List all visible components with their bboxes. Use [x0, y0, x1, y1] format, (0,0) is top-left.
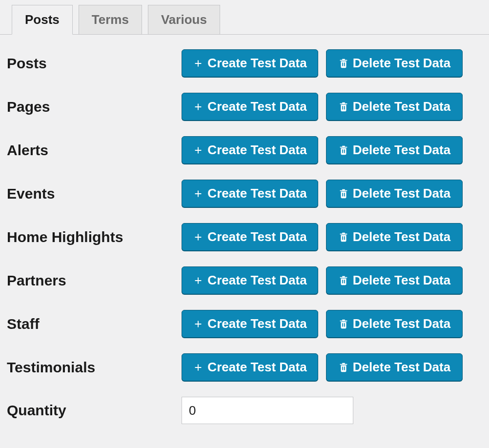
delete-button-staff[interactable]: Delete Test Data	[326, 310, 463, 338]
row-label-events: Events	[7, 185, 182, 202]
trash-icon	[338, 102, 349, 112]
row-actions: Create Test Data Delete Test Data	[182, 223, 463, 251]
trash-icon	[338, 232, 349, 243]
row-label-testimonials: Testimonials	[7, 359, 182, 376]
row-actions: Create Test Data Delete Test Data	[182, 180, 463, 207]
row-label-posts: Posts	[7, 55, 182, 72]
trash-icon	[338, 362, 349, 373]
tab-terms[interactable]: Terms	[79, 5, 142, 34]
plus-icon	[193, 102, 204, 112]
row-events: Events Create Test Data Delete Test Data	[7, 180, 482, 207]
row-testimonials: Testimonials Create Test Data Delete Tes…	[7, 353, 482, 381]
create-button-partners[interactable]: Create Test Data	[182, 266, 318, 294]
delete-button-label: Delete Test Data	[353, 316, 450, 331]
create-button-testimonials[interactable]: Create Test Data	[182, 353, 318, 381]
trash-icon	[338, 319, 349, 329]
delete-button-label: Delete Test Data	[353, 229, 450, 244]
plus-icon	[193, 319, 204, 329]
plus-icon	[193, 145, 204, 156]
row-label-home-highlights: Home Highlights	[7, 229, 182, 245]
delete-button-testimonials[interactable]: Delete Test Data	[326, 353, 463, 381]
delete-button-label: Delete Test Data	[353, 273, 450, 288]
row-alerts: Alerts Create Test Data Delete Test Data	[7, 136, 482, 164]
create-button-label: Create Test Data	[207, 273, 306, 288]
create-button-label: Create Test Data	[207, 99, 306, 114]
plus-icon	[193, 58, 204, 69]
row-actions: Create Test Data Delete Test Data	[182, 93, 463, 121]
create-button-label: Create Test Data	[207, 56, 306, 71]
row-label-pages: Pages	[7, 99, 182, 115]
create-button-posts[interactable]: Create Test Data	[182, 49, 318, 77]
delete-button-label: Delete Test Data	[353, 56, 450, 71]
delete-button-pages[interactable]: Delete Test Data	[326, 93, 463, 121]
trash-icon	[338, 188, 349, 199]
tab-various[interactable]: Various	[148, 5, 220, 34]
create-button-alerts[interactable]: Create Test Data	[182, 136, 318, 164]
create-button-label: Create Test Data	[207, 229, 306, 244]
delete-button-partners[interactable]: Delete Test Data	[326, 266, 463, 294]
plus-icon	[193, 275, 204, 286]
row-label-alerts: Alerts	[7, 142, 182, 159]
plus-icon	[193, 232, 204, 243]
delete-button-label: Delete Test Data	[353, 360, 450, 375]
plus-icon	[193, 188, 204, 199]
plus-icon	[193, 362, 204, 373]
delete-button-label: Delete Test Data	[353, 143, 450, 158]
create-button-label: Create Test Data	[207, 143, 306, 158]
create-button-label: Create Test Data	[207, 360, 306, 375]
row-actions: Create Test Data Delete Test Data	[182, 353, 463, 381]
quantity-label: Quantity	[7, 402, 182, 419]
quantity-input[interactable]	[182, 397, 353, 424]
row-actions: Create Test Data Delete Test Data	[182, 136, 463, 164]
row-partners: Partners Create Test Data Delete Test Da…	[7, 266, 482, 294]
content-panel: Posts Create Test Data Delete Test Data …	[0, 35, 489, 448]
trash-icon	[338, 275, 349, 286]
create-button-staff[interactable]: Create Test Data	[182, 310, 318, 338]
row-label-staff: Staff	[7, 316, 182, 332]
create-button-label: Create Test Data	[207, 316, 306, 331]
row-label-partners: Partners	[7, 272, 182, 289]
trash-icon	[338, 145, 349, 156]
row-posts: Posts Create Test Data Delete Test Data	[7, 49, 482, 77]
tabs-container: Posts Terms Various	[0, 0, 489, 35]
row-actions: Create Test Data Delete Test Data	[182, 266, 463, 294]
delete-button-events[interactable]: Delete Test Data	[326, 180, 463, 207]
row-staff: Staff Create Test Data Delete Test Data	[7, 310, 482, 338]
tab-posts[interactable]: Posts	[12, 5, 73, 35]
row-actions: Create Test Data Delete Test Data	[182, 49, 463, 77]
create-button-events[interactable]: Create Test Data	[182, 180, 318, 207]
delete-button-alerts[interactable]: Delete Test Data	[326, 136, 463, 164]
delete-button-label: Delete Test Data	[353, 186, 450, 201]
row-quantity: Quantity	[7, 397, 482, 424]
create-button-label: Create Test Data	[207, 186, 306, 201]
delete-button-label: Delete Test Data	[353, 99, 450, 114]
trash-icon	[338, 58, 349, 69]
row-actions: Create Test Data Delete Test Data	[182, 310, 463, 338]
delete-button-posts[interactable]: Delete Test Data	[326, 49, 463, 77]
row-home-highlights: Home Highlights Create Test Data Delete …	[7, 223, 482, 251]
create-button-home-highlights[interactable]: Create Test Data	[182, 223, 318, 251]
delete-button-home-highlights[interactable]: Delete Test Data	[326, 223, 463, 251]
row-pages: Pages Create Test Data Delete Test Data	[7, 93, 482, 121]
create-button-pages[interactable]: Create Test Data	[182, 93, 318, 121]
